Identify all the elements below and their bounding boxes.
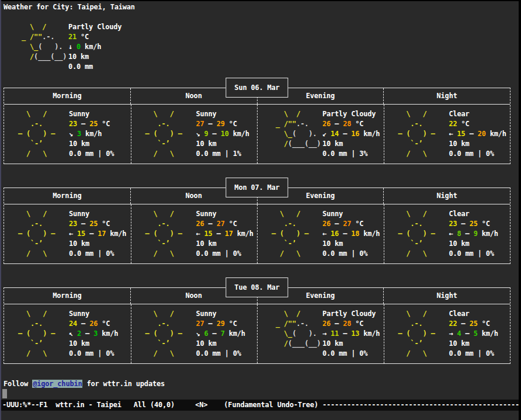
condition-label: Sunny bbox=[196, 210, 217, 218]
period-header: Night bbox=[383, 288, 510, 304]
weather-info: Sunny 23 – 25 °C ↘ 3 km/h 10 km 0.0 mm |… bbox=[69, 109, 114, 159]
temperature-low: 22 bbox=[449, 320, 457, 328]
wind-direction-arrow-icon: ← bbox=[449, 130, 457, 138]
wind-direction-arrow-icon: ↘ bbox=[196, 329, 204, 338]
temperature-high: 26 bbox=[89, 320, 98, 328]
temperature-low: 27 bbox=[196, 320, 204, 328]
temperature-low: 23 bbox=[69, 220, 77, 228]
forecast-cell: \ / .-. – ( ) – `-’ / \ Sunny 23 – 25 °C… bbox=[4, 105, 131, 164]
wttr-buffer: Weather for City: Taipei, Taiwan \ / _ /… bbox=[1, 1, 519, 400]
visibility-value: 10 km bbox=[322, 140, 343, 148]
sunny-icon: \ / .-. – ( ) – `-’ / \ bbox=[18, 109, 69, 159]
wind-speed-low: 15 bbox=[204, 230, 213, 238]
day-date-label: Tue 08. Mar bbox=[225, 277, 288, 297]
sunny-icon: \ / .-. – ( ) – `-’ / \ bbox=[145, 209, 196, 259]
precipitation-value: 0.0 mm bbox=[196, 249, 221, 258]
precipitation-value: 0.0 mm bbox=[322, 349, 347, 357]
temperature-low: 27 bbox=[196, 120, 204, 128]
condition-label: Sunny bbox=[322, 210, 343, 218]
wind-direction-arrow-icon: ← bbox=[69, 230, 77, 238]
weather-info: Sunny 26 – 27 °C ← 16 – 18 km/h 10 km 0.… bbox=[322, 209, 380, 259]
precipitation-probability: | 3% bbox=[347, 150, 367, 158]
forecast-table: MorningNoonEveningNight \ / .-. – ( ) – … bbox=[4, 188, 510, 264]
weather-info: Clear 22 °C ← 15 – 20 km/h 10 km 0.0 mm … bbox=[449, 109, 506, 159]
forecast-cell: \ / .-. – ( ) – `-’ / \ Clear 22 – 25 °C… bbox=[384, 304, 510, 363]
precipitation-value: 0.0 mm bbox=[69, 150, 93, 158]
weather-info: Sunny 23 – 25 °C ← 15 – 17 km/h 10 km 0.… bbox=[69, 209, 126, 259]
temperature-low: 21 bbox=[68, 33, 77, 41]
current-conditions: \ / _ /"".-. \_( ). /(___(__) Partly Clo… bbox=[4, 22, 519, 72]
precipitation-value: 0.0 mm bbox=[322, 249, 347, 258]
temperature-high: 28 bbox=[343, 120, 351, 128]
day-date-label: Mon 07. Mar bbox=[225, 178, 288, 197]
temperature-low: 23 bbox=[449, 220, 457, 228]
visibility-value: 10 km bbox=[196, 140, 217, 148]
forecast-cell: \ / .-. – ( ) – `-’ / \ Sunny 26 – 27 °C… bbox=[257, 204, 384, 263]
condition-label: Clear bbox=[449, 210, 470, 218]
forecast-cell: \ / .-. – ( ) – `-’ / \ Clear 22 °C ← 15… bbox=[384, 105, 510, 164]
temperature-low: 22 bbox=[449, 120, 457, 128]
precipitation-value: 0.0 mm bbox=[68, 63, 93, 71]
visibility-value: 10 km bbox=[449, 140, 470, 148]
visibility-value: 10 km bbox=[69, 339, 89, 348]
temperature-high: 25 bbox=[89, 220, 98, 228]
forecast-table: MorningNoonEveningNight \ / .-. – ( ) – … bbox=[4, 88, 510, 164]
partly-cloudy-icon: \ / _ /"".-. \_( ). /(___(__) bbox=[18, 22, 68, 72]
echo-area[interactable] bbox=[1, 411, 519, 420]
condition-label: Partly Cloudy bbox=[68, 23, 121, 31]
twitter-handle-link[interactable]: @igor_chubin bbox=[32, 380, 82, 388]
precipitation-value: 0.0 mm bbox=[69, 249, 93, 258]
footer-text-suffix: for wttr.in updates bbox=[82, 380, 165, 388]
wind-direction-arrow-icon: ← bbox=[322, 230, 331, 238]
wind-direction-arrow-icon: ← bbox=[449, 230, 457, 238]
precipitation-probability: | 1% bbox=[221, 150, 241, 158]
forecast-day: Mon 07. MarMorningNoonEveningNight \ / .… bbox=[4, 188, 510, 264]
condition-label: Partly Cloudy bbox=[322, 310, 376, 318]
precipitation-probability: | 0% bbox=[93, 349, 114, 357]
wind-direction-arrow-icon: ↖ bbox=[69, 329, 77, 338]
visibility-value: 10 km bbox=[69, 239, 89, 248]
sunny-icon: \ / .-. – ( ) – `-’ / \ bbox=[18, 309, 69, 359]
precipitation-value: 0.0 mm bbox=[196, 150, 221, 158]
forecast-cell: \ / .-. – ( ) – `-’ / \ Sunny 23 – 25 °C… bbox=[4, 204, 131, 263]
wind-speed-high: 17 bbox=[98, 230, 106, 238]
wind-speed-high: 17 bbox=[225, 230, 233, 238]
emacs-window: Weather for City: Taipei, Taiwan \ / _ /… bbox=[1, 1, 519, 420]
temperature-high: 27 bbox=[217, 220, 225, 228]
precipitation-value: 0.0 mm bbox=[322, 150, 347, 158]
wind-speed-low: 15 bbox=[77, 230, 85, 238]
wind-speed-low: 8 bbox=[457, 230, 461, 238]
sunny-icon: \ / .-. – ( ) – `-’ / \ bbox=[145, 309, 196, 359]
wind-direction-arrow-icon: ↘ bbox=[196, 130, 204, 138]
wind-direction-arrow-icon: ← bbox=[196, 230, 204, 238]
temperature-low: 26 bbox=[322, 320, 331, 328]
wind-speed-low: 15 bbox=[457, 130, 466, 138]
forecast-cell: \ / .-. – ( ) – `-’ / \ Sunny 27 – 29 °C… bbox=[131, 304, 258, 363]
visibility-value: 10 km bbox=[322, 339, 343, 348]
text-cursor bbox=[2, 389, 7, 398]
weather-info: Sunny 26 – 27 °C ← 15 – 17 km/h 10 km 0.… bbox=[196, 209, 253, 259]
visibility-value: 10 km bbox=[449, 339, 470, 348]
weather-info: Partly Cloudy 26 – 28 °C ↙ 14 – 16 km/h … bbox=[322, 109, 380, 159]
wind-direction-arrow-icon: ↙ bbox=[322, 130, 331, 138]
sunny-icon: \ / .-. – ( ) – `-’ / \ bbox=[398, 209, 449, 259]
precipitation-probability: | 0% bbox=[221, 349, 241, 357]
forecast-cell: \ / .-. – ( ) – `-’ / \ Sunny 27 – 29 °C… bbox=[131, 105, 258, 164]
forecast-cells-row: \ / .-. – ( ) – `-’ / \ Sunny 23 – 25 °C… bbox=[4, 204, 510, 263]
wind-speed-high: 13 bbox=[351, 329, 359, 338]
precipitation-probability: | 0% bbox=[221, 249, 241, 258]
precipitation-value: 0.0 mm bbox=[196, 349, 221, 357]
condition-label: Sunny bbox=[196, 110, 217, 118]
forecast-cells-row: \ / .-. – ( ) – `-’ / \ Sunny 23 – 25 °C… bbox=[4, 105, 510, 164]
precipitation-value: 0.0 mm bbox=[69, 349, 93, 357]
period-header: Morning bbox=[4, 188, 130, 204]
precipitation-value: 0.0 mm bbox=[449, 249, 474, 258]
precipitation-value: 0.0 mm bbox=[449, 349, 474, 357]
sunny-icon: \ / .-. – ( ) – `-’ / \ bbox=[145, 109, 196, 159]
temperature-high: 27 bbox=[343, 220, 351, 228]
weather-info: Clear 23 – 25 °C ← 8 – 9 km/h 10 km 0.0 … bbox=[449, 209, 498, 259]
footer-text-prefix: Follow bbox=[4, 380, 32, 388]
period-header: Morning bbox=[4, 288, 130, 304]
temperature-high: 25 bbox=[470, 320, 478, 328]
visibility-value: 10 km bbox=[68, 53, 89, 61]
